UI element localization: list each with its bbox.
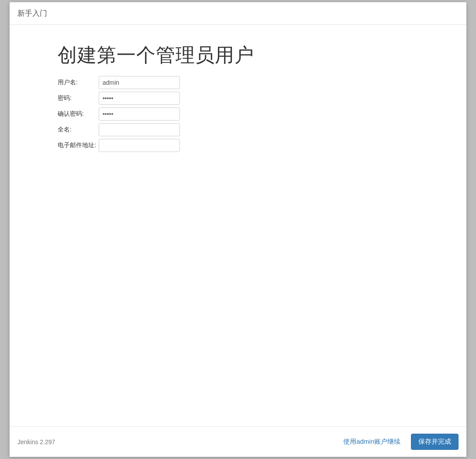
fullname-input[interactable] xyxy=(99,123,180,136)
row-password: 密码: xyxy=(58,92,180,105)
label-username: 用户名: xyxy=(58,76,99,89)
admin-user-form: 用户名: 密码: 确认密码: 全名: 电子邮件地址: xyxy=(58,73,180,155)
save-and-finish-button[interactable]: 保存并完成 xyxy=(411,434,459,450)
row-fullname: 全名: xyxy=(58,123,180,136)
confirm-password-input[interactable] xyxy=(99,107,180,121)
modal-footer: Jenkins 2.297 使用admin账户继续 保存并完成 xyxy=(10,426,466,457)
continue-as-admin-button[interactable]: 使用admin账户继续 xyxy=(337,434,407,449)
row-confirm-password: 确认密码: xyxy=(58,107,180,121)
password-input[interactable] xyxy=(99,92,180,105)
username-input[interactable] xyxy=(99,76,180,89)
setup-modal: 新手入门 创建第一个管理员用户 用户名: 密码: 确认密码: 全名: 电子邮件地… xyxy=(10,2,466,457)
page-title: 创建第一个管理员用户 xyxy=(58,42,418,68)
label-email: 电子邮件地址: xyxy=(58,139,99,152)
version-text: Jenkins 2.297 xyxy=(17,438,55,445)
modal-title: 新手入门 xyxy=(17,9,47,17)
label-password: 密码: xyxy=(58,92,99,105)
label-confirm-password: 确认密码: xyxy=(58,107,99,121)
modal-body: 创建第一个管理员用户 用户名: 密码: 确认密码: 全名: 电子邮件地址: xyxy=(10,25,466,426)
row-username: 用户名: xyxy=(58,76,180,89)
modal-header: 新手入门 xyxy=(10,2,466,25)
email-input[interactable] xyxy=(99,139,180,152)
label-fullname: 全名: xyxy=(58,123,99,136)
row-email: 电子邮件地址: xyxy=(58,139,180,152)
